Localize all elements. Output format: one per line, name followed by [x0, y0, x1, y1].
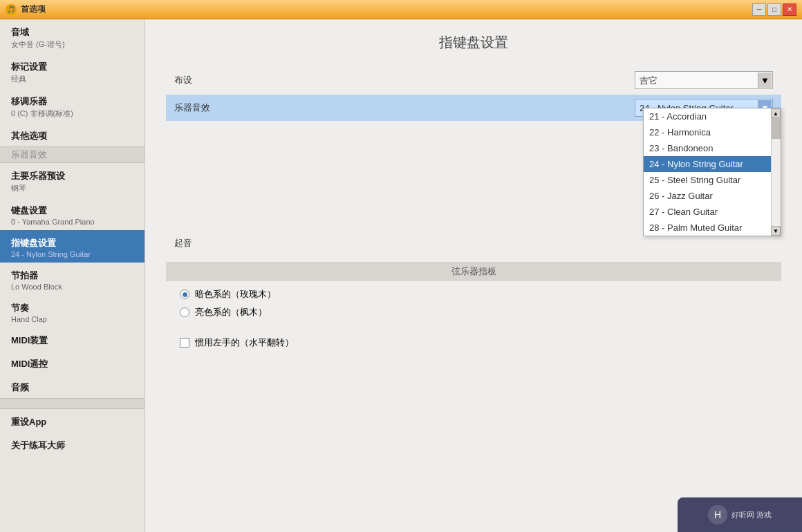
- sidebar-item-midirem[interactable]: MIDI遥控: [0, 351, 144, 374]
- bottom-bar: H 好听网 游戏: [678, 497, 802, 532]
- left-hand-checkbox-item[interactable]: 惯用左手的（水平翻转）: [166, 331, 781, 354]
- sidebar-item-about[interactable]: 关于练耳大师: [0, 433, 144, 456]
- dropdown-item-28[interactable]: 28 - Palm Muted Guitar: [644, 220, 781, 236]
- layout-select[interactable]: 吉它: [635, 71, 773, 89]
- sidebar-item-biaoji-subtitle: 经典: [11, 74, 133, 84]
- instrument-sound-label: 乐器音效: [174, 102, 271, 114]
- sidebar-item-qita-title: 其他选项: [11, 130, 133, 142]
- sidebar-item-zhijianpan-subtitle: 24 - Nylon String Guitar: [11, 250, 133, 258]
- sidebar-item-yinpin-title: 音频: [11, 381, 133, 394]
- sidebar-item-about-title: 关于练耳大师: [11, 439, 133, 452]
- sidebar-item-jiepaiq-subtitle: Lo Wood Block: [11, 283, 133, 291]
- content-area: 指键盘设置 布设 吉它 ▼ 乐器音效 24 - Nylon String Gui…: [145, 19, 802, 532]
- fret-board-section-header: 弦乐器指板: [166, 262, 781, 281]
- sidebar-item-yinpin[interactable]: 音频: [0, 374, 144, 398]
- sidebar-item-zhuyuqi-subtitle: 钢琴: [11, 183, 133, 193]
- sidebar-item-jiepaiq-title: 节拍器: [11, 269, 133, 282]
- light-color-radio-item[interactable]: 亮色系的（枫木）: [180, 306, 767, 319]
- sidebar-item-jianpan-title: 键盘设置: [11, 205, 133, 217]
- page-title: 指键盘设置: [166, 33, 781, 52]
- light-color-radio-circle[interactable]: [180, 307, 189, 317]
- sidebar-item-yidiao-subtitle: 0 (C) 非移调(标准): [11, 108, 133, 119]
- main-container: 音域 女中音 (G-谱号) 标记设置 经典 移调乐器 0 (C) 非移调(标准)…: [0, 19, 802, 532]
- dropdown-scrollbar[interactable]: ▲ ▼: [771, 108, 781, 236]
- maximize-button[interactable]: □: [767, 3, 781, 16]
- sidebar-item-yidiao-title: 移调乐器: [11, 95, 133, 108]
- sidebar-item-biaoji[interactable]: 标记设置 经典: [0, 54, 144, 88]
- title-bar-title: 首选项: [21, 3, 46, 15]
- sidebar-item-zhuyuqi[interactable]: 主要乐器预设 钢琴: [0, 163, 144, 198]
- logo-icon: H: [708, 505, 727, 524]
- color-radio-group: 暗色系的（玫瑰木） 亮色系的（枫木）: [166, 281, 781, 331]
- fret-board-label: 弦乐器指板: [451, 266, 496, 276]
- left-hand-label: 惯用左手的（水平翻转）: [195, 336, 294, 349]
- dark-color-radio-item[interactable]: 暗色系的（玫瑰木）: [180, 288, 767, 301]
- sidebar-item-qita[interactable]: 其他选项: [0, 123, 144, 146]
- sidebar: 音域 女中音 (G-谱号) 标记设置 经典 移调乐器 0 (C) 非移调(标准)…: [0, 19, 145, 532]
- sidebar-item-reset-title: 重设App: [11, 416, 133, 428]
- sidebar-item-yidiao[interactable]: 移调乐器 0 (C) 非移调(标准): [0, 88, 144, 123]
- left-hand-checkbox[interactable]: [180, 338, 189, 348]
- close-button[interactable]: ✕: [783, 3, 796, 16]
- sidebar-item-midirem-title: MIDI遥控: [11, 358, 133, 370]
- scroll-down-arrow[interactable]: ▼: [771, 226, 781, 236]
- dropdown-item-21[interactable]: 21 - Accordian: [644, 108, 781, 124]
- dropdown-item-23[interactable]: 23 - Bandoneon: [644, 140, 781, 156]
- sidebar-item-zhijianpan[interactable]: 指键盘设置 24 - Nylon String Guitar: [0, 230, 144, 263]
- sidebar-item-reset[interactable]: 重设App: [0, 409, 144, 433]
- sidebar-separator-2: [0, 398, 144, 409]
- sidebar-item-biaoji-title: 标记设置: [11, 61, 133, 73]
- layout-select-wrapper: 吉它 ▼: [635, 71, 773, 89]
- layout-label: 布设: [174, 74, 271, 86]
- sidebar-item-yinyu[interactable]: 音域 女中音 (G-谱号): [0, 19, 144, 54]
- title-bar-left: 🎵 首选项: [6, 3, 46, 15]
- sidebar-item-jiezou-title: 节奏: [11, 302, 133, 314]
- instrument-dropdown: 21 - Accordian 22 - Harmonica 23 - Bando…: [643, 108, 781, 236]
- sidebar-item-jiezou[interactable]: 节奏 Hand Clap: [0, 295, 144, 327]
- layout-row: 布设 吉它 ▼: [166, 66, 781, 95]
- dropdown-item-27[interactable]: 27 - Clean Guitar: [644, 204, 781, 220]
- scroll-up-arrow[interactable]: ▲: [771, 108, 781, 118]
- dark-color-radio-circle[interactable]: [180, 289, 189, 299]
- sidebar-item-jianpan[interactable]: 键盘设置 0 - Yamaha Grand Piano: [0, 198, 144, 230]
- sidebar-item-yinyu-subtitle: 女中音 (G-谱号): [11, 39, 133, 50]
- title-bar: 🎵 首选项 ─ □ ✕: [0, 0, 802, 19]
- dropdown-item-26[interactable]: 26 - Jazz Guitar: [644, 188, 781, 204]
- sidebar-item-jianpan-subtitle: 0 - Yamaha Grand Piano: [11, 218, 133, 226]
- layout-control: 吉它 ▼: [271, 71, 773, 89]
- sidebar-item-jiezou-subtitle: Hand Clap: [11, 315, 133, 323]
- dark-color-label: 暗色系的（玫瑰木）: [195, 288, 276, 301]
- sidebar-item-zhuyuqi-title: 主要乐器预设: [11, 170, 133, 182]
- dropdown-item-22[interactable]: 22 - Harmonica: [644, 124, 781, 140]
- start-note-label: 起音: [174, 237, 271, 249]
- sidebar-item-midi-title: MIDI装置: [11, 334, 133, 347]
- minimize-button[interactable]: ─: [752, 3, 766, 16]
- title-bar-controls: ─ □ ✕: [752, 3, 796, 16]
- sidebar-item-jiepaiq[interactable]: 节拍器 Lo Wood Block: [0, 263, 144, 295]
- app-icon: 🎵: [6, 4, 17, 15]
- dropdown-item-25[interactable]: 25 - Steel String Guitar: [644, 172, 781, 188]
- bottom-logo-text: 好听网 游戏: [731, 510, 772, 520]
- bottom-logo-area: H 好听网 游戏: [708, 505, 772, 524]
- sidebar-item-yinyu-title: 音域: [11, 26, 133, 39]
- sidebar-item-midi[interactable]: MIDI装置: [0, 327, 144, 351]
- scroll-thumb: [772, 118, 781, 139]
- light-color-label: 亮色系的（枫木）: [195, 306, 267, 319]
- sidebar-separator-1: 乐器音效: [0, 146, 144, 163]
- sidebar-item-zhijianpan-title: 指键盘设置: [11, 237, 133, 249]
- dropdown-item-24[interactable]: 24 - Nylon String Guitar: [644, 156, 781, 172]
